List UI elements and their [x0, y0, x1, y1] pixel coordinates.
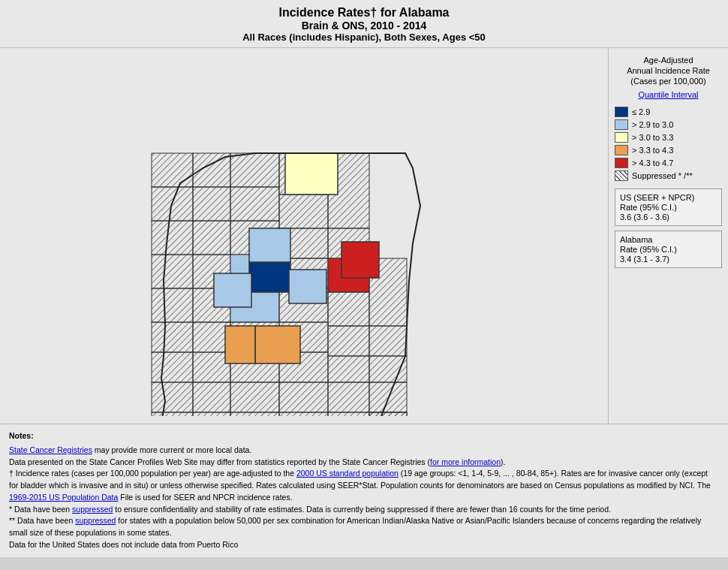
- map-area: [0, 48, 608, 424]
- svg-rect-65: [249, 228, 290, 262]
- svg-rect-39: [193, 382, 230, 412]
- notes-title: Notes:: [9, 430, 719, 442]
- svg-rect-36: [328, 356, 369, 382]
- us-pop-data-link[interactable]: 1969-2015 US Population Data: [9, 493, 118, 502]
- legend-color-1: [615, 107, 628, 117]
- sidebar-age-adjusted: Age-Adjusted: [615, 56, 722, 65]
- sidebar-annual-rate: Annual Incidence Rate: [615, 66, 722, 75]
- sidebar-link[interactable]: Quantile Interval: [615, 90, 722, 99]
- svg-rect-11: [152, 221, 193, 255]
- svg-rect-62: [214, 273, 251, 307]
- notes-star2: ** Data have been suppressed for states …: [9, 515, 719, 539]
- svg-rect-12: [193, 221, 230, 255]
- legend-color-4: [615, 145, 628, 155]
- notes-line-2: Data presented on the State Cancer Profi…: [9, 457, 719, 469]
- legend-item-4: > 3.3 to 4.3: [615, 145, 722, 155]
- legend-color-suppressed: [615, 170, 628, 181]
- page-header: Incidence Rates† for Alabama Brain & ONS…: [0, 0, 728, 48]
- al-stat-country: Alabama: [620, 235, 717, 244]
- sidebar: Age-Adjusted Annual Incidence Rate (Case…: [608, 48, 728, 424]
- sidebar-unit: (Cases per 100,000): [615, 77, 722, 86]
- svg-rect-66: [255, 326, 300, 363]
- suppressed-link-2[interactable]: suppressed: [75, 516, 116, 525]
- notes-star3: Data for the United States does not incl…: [9, 539, 719, 551]
- svg-rect-3: [230, 153, 279, 187]
- svg-rect-46: [230, 412, 279, 416]
- us-stat-values: 3.6 (3.6 - 3.6): [620, 213, 717, 222]
- svg-rect-44: [152, 412, 193, 416]
- svg-rect-24: [328, 292, 369, 326]
- notes-dagger: † Incidence rates (cases per 100,000 pop…: [9, 468, 719, 503]
- legend-label-1: ≤ 2.9: [632, 107, 650, 116]
- cancer-type: Brain & ONS, 2010 - 2014: [0, 20, 728, 32]
- legend-item-5: > 4.3 to 4.7: [615, 158, 722, 168]
- legend-item-suppressed: Suppressed * /**: [615, 170, 722, 181]
- svg-rect-20: [152, 288, 193, 322]
- svg-rect-30: [328, 326, 369, 356]
- svg-rect-31: [369, 326, 407, 356]
- notes-section: Notes: State Cancer Registries may provi…: [0, 424, 728, 557]
- legend-label-4: > 3.3 to 4.3: [632, 146, 673, 155]
- svg-rect-38: [152, 382, 193, 412]
- svg-rect-45: [193, 412, 230, 416]
- for-more-info-link[interactable]: for more information: [430, 457, 501, 466]
- svg-rect-26: [152, 322, 193, 352]
- svg-rect-8: [279, 195, 328, 228]
- svg-rect-71: [285, 153, 338, 195]
- legend-label-2: > 2.9 to 3.0: [632, 120, 673, 129]
- legend-label-suppressed: Suppressed * /**: [632, 171, 693, 180]
- svg-rect-61: [249, 262, 290, 292]
- legend-item-2: > 2.9 to 3.0: [615, 119, 722, 130]
- us-stat-box: US (SEER + NPCR) Rate (95% C.I.) 3.6 (3.…: [615, 188, 722, 226]
- legend-item-1: ≤ 2.9: [615, 107, 722, 117]
- notes-line-1: State Cancer Registries may provide more…: [9, 445, 719, 457]
- legend-label-3: > 3.0 to 3.3: [632, 133, 673, 142]
- legend-item-3: > 3.0 to 3.3: [615, 132, 722, 143]
- svg-rect-47: [279, 412, 328, 416]
- us-stat-country: US (SEER + NPCR): [620, 193, 717, 202]
- legend-color-2: [615, 119, 628, 130]
- svg-rect-1: [152, 153, 193, 187]
- svg-rect-40: [230, 382, 279, 412]
- legend: ≤ 2.9 > 2.9 to 3.0 > 3.0 to 3.3 > 3.3 to…: [615, 107, 722, 181]
- svg-rect-41: [279, 382, 328, 412]
- us-stat-ci: Rate (95% C.I.): [620, 203, 717, 212]
- main-title: Incidence Rates† for Alabama: [0, 6, 728, 20]
- svg-rect-67: [225, 326, 255, 363]
- notes-star1: * Data have been suppressed to ensure co…: [9, 504, 719, 516]
- main-content: Age-Adjusted Annual Incidence Rate (Case…: [0, 48, 728, 424]
- svg-rect-63: [289, 270, 326, 303]
- suppressed-link-1[interactable]: suppressed: [72, 505, 113, 514]
- us-standard-pop-link[interactable]: 2000 US standard population: [296, 469, 399, 478]
- legend-color-5: [615, 158, 628, 168]
- map-container: [105, 56, 503, 416]
- state-cancer-registries-link[interactable]: State Cancer Registries: [9, 445, 92, 454]
- svg-rect-55: [369, 412, 407, 416]
- svg-rect-32: [152, 352, 193, 382]
- alabama-map: [105, 56, 503, 416]
- svg-rect-64: [341, 242, 379, 278]
- svg-rect-7: [230, 187, 279, 221]
- legend-label-5: > 4.3 to 4.7: [632, 158, 673, 167]
- svg-rect-6: [193, 187, 230, 221]
- al-stat-values: 3.4 (3.1 - 3.7): [620, 255, 717, 264]
- filter-detail: All Races (includes Hispanic), Both Sexe…: [0, 32, 728, 43]
- svg-rect-48: [328, 412, 369, 416]
- al-stat-box: Alabama Rate (95% C.I.) 3.4 (3.1 - 3.7): [615, 231, 722, 268]
- svg-rect-42: [328, 382, 369, 412]
- svg-rect-37: [369, 356, 407, 382]
- legend-color-3: [615, 132, 628, 143]
- svg-rect-15: [152, 255, 193, 288]
- quantile-interval-link[interactable]: Quantile Interval: [638, 90, 698, 99]
- al-stat-ci: Rate (95% C.I.): [620, 245, 717, 254]
